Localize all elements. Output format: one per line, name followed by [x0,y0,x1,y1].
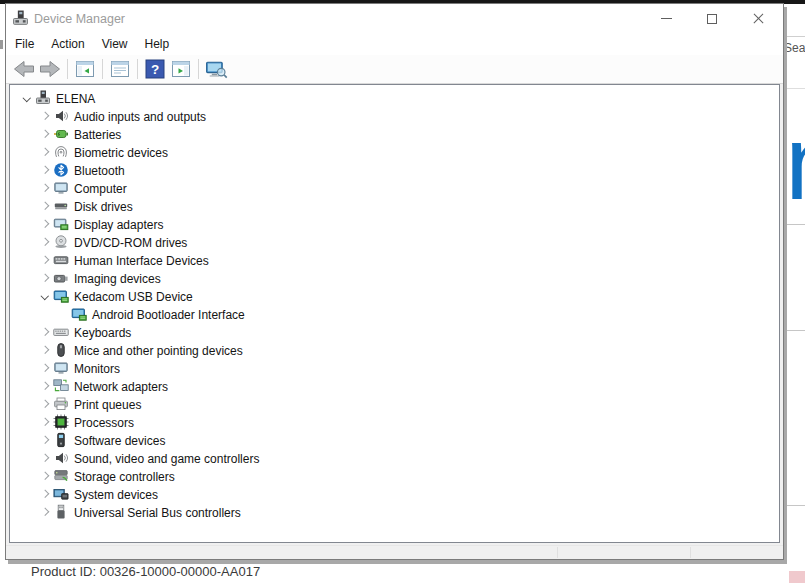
hid-icon [53,252,69,268]
tree-item-human-interface-devices[interactable]: Human Interface Devices [10,251,779,269]
back-button[interactable] [11,57,37,81]
close-icon [752,12,765,25]
chevron-right-icon[interactable] [37,198,53,214]
chevron-right-icon[interactable] [37,162,53,178]
disk-drive-icon [53,198,69,214]
tree-item-batteries[interactable]: Batteries [10,125,779,143]
chevron-right-icon[interactable] [37,234,53,250]
tree-item-label: ELENA [56,91,95,106]
tree-item-universal-serial-bus-controllers[interactable]: Universal Serial Bus controllers [10,503,779,521]
network-icon [53,378,69,394]
printer-icon [53,396,69,412]
tree-item-label: Network adapters [74,379,168,394]
console-tree-icon [75,59,95,79]
device-tree[interactable]: ELENAAudio inputs and outputsBatteriesBi… [9,84,780,543]
tree-item-processors[interactable]: Processors [10,413,779,431]
tree-item-label: Software devices [74,433,165,448]
tree-item-label: Processors [74,415,134,430]
background-partial-heading: n [785,109,805,217]
tree-item-monitors[interactable]: Monitors [10,359,779,377]
tree-item-keyboards[interactable]: Keyboards [10,323,779,341]
chevron-right-icon[interactable] [37,360,53,376]
chevron-right-icon[interactable] [37,270,53,286]
tree-item-label: Display adapters [74,217,163,232]
chevron-right-icon[interactable] [37,468,53,484]
chevron-right-icon[interactable] [37,504,53,520]
chevron-right-icon[interactable] [37,450,53,466]
minimize-button[interactable] [643,4,689,33]
chevron-right-icon[interactable] [37,396,53,412]
tree-item-sound-video-and-game-controllers[interactable]: Sound, video and game controllers [10,449,779,467]
chevron-right-icon[interactable] [37,342,53,358]
show-console-tree-button[interactable] [72,57,98,81]
usb-screen-icon [53,288,69,304]
menu-action[interactable]: Action [45,34,90,54]
tree-item-label: Mice and other pointing devices [74,343,243,358]
status-separator [690,547,691,558]
menu-help[interactable]: Help [139,34,176,54]
properties-button[interactable] [107,57,133,81]
toolbar-separator [198,59,199,79]
speaker-icon [53,108,69,124]
tree-item-label: Universal Serial Bus controllers [74,505,241,520]
tree-item-dvd-cd-rom-drives[interactable]: DVD/CD-ROM drives [10,233,779,251]
background-fragment [789,571,805,583]
chevron-right-icon[interactable] [37,144,53,160]
tree-item-system-devices[interactable]: System devices [10,485,779,503]
menu-file[interactable]: File [9,34,40,54]
tree-item-label: Disk drives [74,199,133,214]
tree-item-biometric-devices[interactable]: Biometric devices [10,143,779,161]
chevron-right-icon[interactable] [37,486,53,502]
tree-item-label: Human Interface Devices [74,253,209,268]
tree-item-mice-and-other-pointing-devices[interactable]: Mice and other pointing devices [10,341,779,359]
chevron-right-icon[interactable] [37,414,53,430]
tree-item-label: Biometric devices [74,145,168,160]
chevron-right-icon[interactable] [37,252,53,268]
titlebar[interactable]: Device Manager [6,4,783,33]
chevron-right-icon[interactable] [37,324,53,340]
tree-item-bluetooth[interactable]: Bluetooth [10,161,779,179]
chevron-right-icon[interactable] [37,126,53,142]
tree-item-label: Monitors [74,361,120,376]
chevron-right-icon[interactable] [37,216,53,232]
tree-item-elena[interactable]: ELENA [10,89,779,107]
tree-item-display-adapters[interactable]: Display adapters [10,215,779,233]
speaker-icon [53,450,69,466]
fingerprint-icon [53,144,69,160]
background-search-input[interactable]: Searc [784,41,805,55]
chevron-right-icon[interactable] [37,432,53,448]
maximize-button[interactable] [689,4,735,33]
tree-item-storage-controllers[interactable]: Storage controllers [10,467,779,485]
menu-bar: FileActionViewHelp [6,33,783,55]
tree-item-imaging-devices[interactable]: Imaging devices [10,269,779,287]
chevron-down-icon[interactable] [19,90,35,106]
scan-for-hardware-changes-button[interactable] [203,57,229,81]
tree-item-computer[interactable]: Computer [10,179,779,197]
tree-item-label: Audio inputs and outputs [74,109,206,124]
chevron-right-icon[interactable] [37,180,53,196]
toolbar: ? [6,55,783,84]
close-button[interactable] [735,4,781,33]
help-button[interactable]: ? [142,57,168,81]
forward-button[interactable] [37,57,63,81]
background-divider [784,88,805,89]
chevron-down-icon[interactable] [37,288,53,304]
chevron-right-icon[interactable] [37,378,53,394]
tree-item-software-devices[interactable]: Software devices [10,431,779,449]
tree-item-label: Print queues [74,397,141,412]
chevron-right-icon[interactable] [37,108,53,124]
tree-item-disk-drives[interactable]: Disk drives [10,197,779,215]
device-manager-icon [12,10,29,27]
tree-item-android-bootloader-interface[interactable]: Android Bootloader Interface [10,305,779,323]
tree-item-network-adapters[interactable]: Network adapters [10,377,779,395]
tree-item-audio-inputs-and-outputs[interactable]: Audio inputs and outputs [10,107,779,125]
minimize-icon [661,18,672,19]
system-icon [53,486,69,502]
menu-view[interactable]: View [96,34,134,54]
tree-item-label: Imaging devices [74,271,161,286]
status-separator [557,547,558,558]
tree-item-label: Bluetooth [74,163,125,178]
tree-item-kedacom-usb-device[interactable]: Kedacom USB Device [10,287,779,305]
tree-item-print-queues[interactable]: Print queues [10,395,779,413]
show-action-pane-button[interactable] [168,57,194,81]
